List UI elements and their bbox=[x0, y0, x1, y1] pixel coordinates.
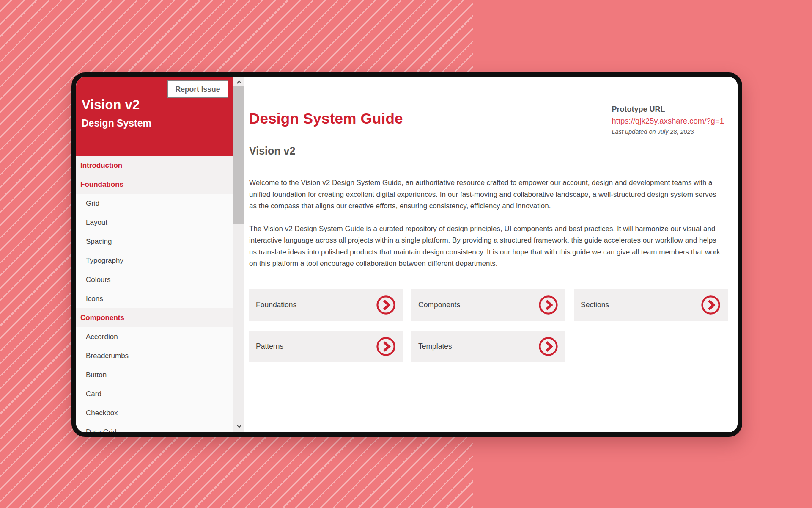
card-label: Sections bbox=[581, 301, 609, 309]
sidebar-scrollbar[interactable] bbox=[233, 77, 244, 432]
sidebar-item-components[interactable]: Components bbox=[76, 308, 233, 327]
app-window: Vision v2 Design System Report Issue Int… bbox=[71, 72, 742, 437]
intro-paragraph-1: Welcome to the Vision v2 Design System G… bbox=[249, 177, 722, 212]
scroll-up-icon[interactable] bbox=[233, 78, 244, 86]
card-components[interactable]: Components bbox=[411, 289, 565, 321]
card-label: Foundations bbox=[256, 301, 296, 309]
sidebar-item-button[interactable]: Button bbox=[76, 365, 233, 384]
section-heading: Vision v2 bbox=[249, 145, 295, 157]
prototype-url-link[interactable]: https://qjk25y.axshare.com/?g=1 bbox=[612, 116, 724, 126]
sidebar-item-colours[interactable]: Colours bbox=[76, 270, 233, 289]
app-subtitle: Design System bbox=[82, 118, 151, 129]
main-content: Design System Guide Prototype URL https:… bbox=[244, 77, 738, 432]
sidebar: Vision v2 Design System Report Issue Int… bbox=[76, 77, 233, 432]
intro-paragraph-2: The Vision v2 Design System Guide is a c… bbox=[249, 223, 722, 270]
sidebar-item-icons[interactable]: Icons bbox=[76, 289, 233, 308]
sidebar-item-card[interactable]: Card bbox=[76, 384, 233, 403]
sidebar-item-introduction[interactable]: Introduction bbox=[76, 156, 233, 175]
prototype-url-block: Prototype URL https://qjk25y.axshare.com… bbox=[612, 105, 724, 135]
sidebar-item-foundations[interactable]: Foundations bbox=[76, 175, 233, 194]
sidebar-item-checkbox[interactable]: Checkbox bbox=[76, 403, 233, 422]
sidebar-item-breadcrumbs[interactable]: Breadcrumbs bbox=[76, 346, 233, 365]
card-patterns[interactable]: Patterns bbox=[249, 331, 403, 362]
scrollbar-thumb[interactable] bbox=[233, 86, 244, 224]
sidebar-item-accordion[interactable]: Accordion bbox=[76, 327, 233, 346]
app-title: Vision v2 bbox=[82, 97, 140, 113]
sidebar-nav: IntroductionFoundationsGridLayoutSpacing… bbox=[76, 156, 233, 432]
sidebar-item-data-grid[interactable]: Data Grid bbox=[76, 422, 233, 432]
card-foundations[interactable]: Foundations bbox=[249, 289, 403, 321]
page-title: Design System Guide bbox=[249, 110, 403, 127]
scroll-down-icon[interactable] bbox=[233, 422, 244, 431]
chevron-right-circle-icon[interactable] bbox=[538, 295, 558, 315]
sidebar-header: Vision v2 Design System Report Issue bbox=[76, 77, 233, 156]
sidebar-item-typography[interactable]: Typography bbox=[76, 251, 233, 270]
card-sections[interactable]: Sections bbox=[574, 289, 728, 321]
report-issue-button[interactable]: Report Issue bbox=[167, 80, 228, 98]
chevron-right-circle-icon[interactable] bbox=[376, 337, 396, 356]
card-label: Templates bbox=[418, 342, 452, 351]
chevron-right-circle-icon[interactable] bbox=[538, 337, 558, 356]
card-grid: FoundationsComponentsSectionsPatternsTem… bbox=[249, 289, 728, 362]
sidebar-item-grid[interactable]: Grid bbox=[76, 194, 233, 213]
card-templates[interactable]: Templates bbox=[411, 331, 565, 362]
sidebar-item-spacing[interactable]: Spacing bbox=[76, 232, 233, 251]
sidebar-item-layout[interactable]: Layout bbox=[76, 213, 233, 232]
intro-paragraphs: Welcome to the Vision v2 Design System G… bbox=[249, 177, 722, 281]
card-label: Patterns bbox=[256, 342, 283, 351]
prototype-url-label: Prototype URL bbox=[612, 105, 724, 114]
last-updated-text: Last updated on July 28, 2023 bbox=[612, 128, 724, 135]
chevron-right-circle-icon[interactable] bbox=[701, 295, 721, 315]
chevron-right-circle-icon[interactable] bbox=[376, 295, 396, 315]
card-label: Components bbox=[418, 301, 460, 309]
